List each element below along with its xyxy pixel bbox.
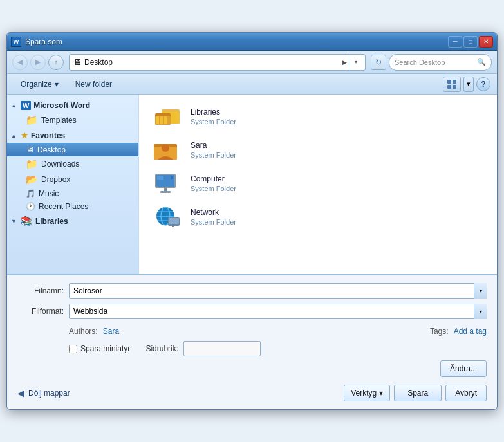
sidrubrik-label: Sidrubrik: <box>145 344 178 353</box>
search-bar[interactable]: Search Desktop 🔍 <box>389 54 492 71</box>
file-item-type-libraries: System Folder <box>191 118 236 125</box>
music-icon: 🎵 <box>26 189 35 198</box>
icon-sara <box>152 137 183 163</box>
folder-icon-libraries: 📚 <box>21 216 33 227</box>
authors-value[interactable]: Sara <box>103 327 119 336</box>
andra-row: Ändra... <box>17 360 487 377</box>
title-bar-buttons: ─ □ ✕ <box>448 36 493 48</box>
address-arrow: ▶ <box>342 59 347 66</box>
svg-rect-18 <box>157 176 163 180</box>
icon-libraries <box>152 104 183 129</box>
desktop-icon: 🖥 <box>26 145 34 154</box>
organize-button[interactable]: Organize ▾ <box>14 77 66 92</box>
view-dropdown-button[interactable]: ▾ <box>463 77 474 92</box>
address-dropdown-button[interactable]: ▾ <box>350 55 361 70</box>
file-list: Libraries System Folder <box>139 95 497 274</box>
save-thumbnail-label[interactable]: Spara miniatyr <box>69 344 130 353</box>
svg-rect-27 <box>172 226 174 227</box>
svg-rect-1 <box>453 80 456 84</box>
refresh-button[interactable]: ↻ <box>371 55 386 70</box>
file-item-type-computer: System Folder <box>191 185 236 192</box>
file-item-name-network: Network <box>191 208 236 217</box>
save-dialog: W Spara som ─ □ ✕ ◀ ▶ ↑ 🖥 Desktop ▶ ▾ ↻ … <box>6 32 498 410</box>
tags-label: Tags: <box>430 327 449 336</box>
back-button[interactable]: ◀ <box>12 55 28 70</box>
svg-rect-19 <box>171 176 173 179</box>
options-row: Spara miniatyr Sidrubrik: <box>69 341 487 356</box>
fileformat-label: Filformat: <box>17 307 64 316</box>
icon-network <box>152 204 183 230</box>
spara-button[interactable]: Spara <box>394 385 442 401</box>
sidebar-section-word[interactable]: ▲ W Microsoft Word <box>7 98 138 113</box>
svg-rect-8 <box>156 116 159 124</box>
filename-input[interactable] <box>69 283 487 299</box>
forward-button[interactable]: ▶ <box>30 55 46 70</box>
sidebar-item-templates[interactable]: 📁 Templates <box>7 113 138 128</box>
view-button[interactable] <box>443 77 461 92</box>
filename-label: Filnamn: <box>17 286 64 295</box>
address-bar[interactable]: 🖥 Desktop ▶ ▾ <box>69 54 366 71</box>
content-area: ▲ W Microsoft Word 📁 Templates ▲ ★ Favor… <box>7 95 497 275</box>
title-bar-left: W Spara som <box>11 37 62 47</box>
sidebar-section-favorites[interactable]: ▲ ★ Favorites <box>7 128 138 143</box>
sidebar-item-recent-places[interactable]: 🕐 Recent Places <box>7 200 138 213</box>
up-button[interactable]: ↑ <box>48 55 64 70</box>
maximize-button[interactable]: □ <box>463 36 478 48</box>
svg-rect-16 <box>164 188 167 191</box>
sidebar-expand-word: ▲ <box>11 102 17 109</box>
svg-rect-0 <box>447 80 451 84</box>
close-button[interactable]: ✕ <box>479 36 493 48</box>
svg-rect-3 <box>453 85 456 89</box>
svg-rect-10 <box>164 116 167 124</box>
desktop-folder-icon: 🖥 <box>73 57 82 67</box>
new-folder-button[interactable]: New folder <box>68 77 119 92</box>
svg-rect-9 <box>160 116 163 124</box>
file-item-info-sara: Sara System Folder <box>191 141 236 159</box>
file-item-info-libraries: Libraries System Folder <box>191 107 236 125</box>
fileformat-row: Filformat: Webbsida Word-dokument PDF RT… <box>17 304 487 319</box>
file-item-name-libraries: Libraries <box>191 107 236 116</box>
view-icon <box>447 80 456 89</box>
bottom-form: Filnamn: ▾ Filformat: Webbsida Word-doku… <box>7 275 497 409</box>
verktyg-button[interactable]: Verktyg ▾ <box>344 385 390 401</box>
sidebar-item-music[interactable]: 🎵 Music <box>7 187 138 200</box>
sidebar: ▲ W Microsoft Word 📁 Templates ▲ ★ Favor… <box>7 95 139 274</box>
sidebar-item-desktop[interactable]: 🖥 Desktop <box>7 143 138 156</box>
sidebar-item-dropbox[interactable]: 📂 Dropbox <box>7 172 138 187</box>
file-item-info-network: Network System Folder <box>191 208 236 226</box>
help-button[interactable]: ? <box>476 77 490 91</box>
hide-folders-button[interactable]: Dölj mappar <box>28 389 70 398</box>
word-logo: W <box>21 101 31 110</box>
fileformat-select[interactable]: Webbsida Word-dokument PDF RTF <box>69 304 487 319</box>
filename-row: Filnamn: ▾ <box>17 283 487 299</box>
minimize-button[interactable]: ─ <box>448 36 462 48</box>
file-item-sara[interactable]: Sara System Folder <box>147 133 489 167</box>
sidrubrik-input[interactable] <box>183 341 261 356</box>
file-item-type-network: System Folder <box>191 218 236 226</box>
icon-computer <box>152 170 183 196</box>
file-item-type-sara: System Folder <box>191 151 236 159</box>
address-text: Desktop <box>84 58 340 67</box>
tags-value[interactable]: Add a tag <box>454 327 487 336</box>
filename-wrapper: ▾ <box>69 283 487 299</box>
file-item-info-computer: Computer System Folder <box>191 174 236 192</box>
search-icon[interactable]: 🔍 <box>477 58 486 66</box>
file-item-computer[interactable]: Computer System Folder <box>147 167 489 200</box>
title-bar: W Spara som ─ □ ✕ <box>7 33 497 51</box>
nav-bar: ◀ ▶ ↑ 🖥 Desktop ▶ ▾ ↻ Search Desktop 🔍 <box>7 51 497 74</box>
file-item-network[interactable]: Network System Folder <box>147 200 489 234</box>
meta-row: Authors: Sara Tags: Add a tag <box>69 324 487 338</box>
svg-rect-2 <box>447 85 451 89</box>
sidebar-item-downloads[interactable]: 📁 Downloads <box>7 156 138 172</box>
sidebar-expand-favorites: ▲ <box>11 133 17 139</box>
fileformat-wrapper: Webbsida Word-dokument PDF RTF ▾ <box>69 304 487 319</box>
folder-icon-downloads: 📁 <box>26 158 38 170</box>
collapse-arrow-icon: ◀ <box>17 388 24 398</box>
toolbar: Organize ▾ New folder ▾ ? <box>7 74 497 95</box>
file-item-libraries[interactable]: Libraries System Folder <box>147 100 489 133</box>
avbryt-button[interactable]: Avbryt <box>445 385 487 401</box>
andra-button[interactable]: Ändra... <box>440 360 487 377</box>
save-thumbnail-checkbox[interactable] <box>69 345 77 353</box>
sidebar-section-libraries[interactable]: ▼ 📚 Libraries <box>7 213 138 230</box>
sidrubrik-group: Sidrubrik: <box>145 341 261 356</box>
